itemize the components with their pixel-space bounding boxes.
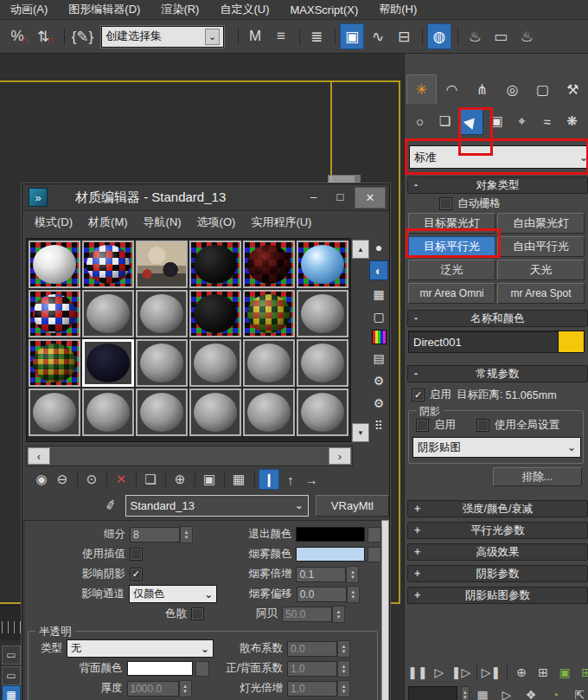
- pick-material-eyedropper-icon[interactable]: ✐: [104, 497, 118, 515]
- slots-scroll-down-button[interactable]: ▼: [352, 423, 369, 442]
- backlight-icon[interactable]: ◐: [369, 260, 388, 280]
- render-setup-icon[interactable]: ♨: [463, 23, 487, 49]
- sample-type-icon[interactable]: ●: [370, 238, 387, 256]
- make-material-copy-icon[interactable]: ❏: [141, 470, 160, 489]
- use-interpolation-checkbox[interactable]: [130, 548, 143, 561]
- sample-slot[interactable]: [243, 290, 295, 337]
- rollout-object-type[interactable]: - 对象类型: [407, 177, 588, 194]
- category-spacewarps-icon[interactable]: ≈: [535, 109, 559, 133]
- subdivs-spinner[interactable]: ▴▾: [180, 526, 193, 543]
- sample-slot[interactable]: [243, 389, 295, 436]
- shadow-type-dropdown[interactable]: 阴影贴图 ⌄: [412, 437, 581, 458]
- material-name-dropdown[interactable]: Standard_13 ⌄: [125, 495, 309, 517]
- tab-motion[interactable]: ◎: [497, 74, 527, 104]
- track-bar[interactable]: [0, 605, 22, 640]
- play-icon[interactable]: ▷: [430, 663, 449, 682]
- exit-color-swatch[interactable]: [296, 527, 365, 542]
- slots-horizontal-scrollbar[interactable]: ‹ ›: [26, 446, 353, 466]
- rollout-collapsed[interactable]: +阴影参数: [407, 565, 588, 582]
- go-forward-sibling-icon[interactable]: →: [302, 470, 321, 489]
- tab-modify[interactable]: ◠: [437, 74, 467, 104]
- translucency-type-dropdown[interactable]: 无⌄: [67, 639, 214, 658]
- sample-slot[interactable]: [297, 339, 348, 387]
- named-selection-set-dropdown[interactable]: 创建选择集 ⌄: [101, 26, 224, 48]
- video-color-check-icon[interactable]: [372, 330, 387, 344]
- make-preview-icon[interactable]: ▤: [370, 349, 387, 367]
- material-editor-titlebar[interactable]: » 材质编辑器 - Standard_13 – □ ✕: [22, 184, 389, 211]
- show-map-in-viewport-icon[interactable]: ▦: [229, 470, 248, 489]
- material-id-channel-icon[interactable]: ▣: [200, 470, 219, 489]
- object-type-button[interactable]: 天光: [497, 260, 585, 280]
- sample-slot[interactable]: [136, 339, 188, 387]
- sample-slot[interactable]: [189, 290, 241, 337]
- select-by-material-icon[interactable]: ⚙: [370, 394, 387, 412]
- slots-scroll-left-button[interactable]: ‹: [28, 447, 50, 465]
- fog-color-map-button[interactable]: [368, 547, 381, 562]
- sample-slot[interactable]: [297, 290, 348, 337]
- affect-shadows-checkbox[interactable]: ✓: [130, 568, 143, 581]
- fog-multiplier-field[interactable]: 0.1: [296, 567, 346, 582]
- align-icon[interactable]: ≡: [269, 23, 293, 49]
- sample-slot[interactable]: [82, 339, 134, 387]
- sample-slot[interactable]: [297, 389, 348, 436]
- frame-spinner[interactable]: ▴▾: [461, 686, 470, 700]
- show-end-result-icon[interactable]: ❙: [259, 469, 279, 490]
- previous-frame-icon[interactable]: ❚❚: [408, 663, 427, 682]
- thickness-field[interactable]: 1000.0: [127, 681, 179, 697]
- zoom-extents-all-icon[interactable]: ⊞: [577, 663, 588, 682]
- exclude-button[interactable]: 排除...: [493, 467, 582, 486]
- dispersion-checkbox[interactable]: [191, 607, 204, 620]
- slots-scroll-up-button[interactable]: ▲: [352, 240, 369, 259]
- me-menu-item[interactable]: 模式(D): [27, 215, 80, 230]
- me-menu-item[interactable]: 导航(N): [136, 215, 189, 230]
- sample-slot[interactable]: [189, 389, 241, 436]
- chevron-down-icon[interactable]: ⌄: [205, 29, 220, 45]
- options-icon[interactable]: ⚙: [370, 371, 387, 389]
- go-to-end-icon[interactable]: ▷❚: [482, 663, 501, 682]
- percent-snap-icon[interactable]: %∩: [8, 23, 32, 49]
- object-type-button[interactable]: 目标聚光灯: [408, 213, 495, 234]
- light-name-field[interactable]: Direct001: [408, 331, 564, 353]
- current-frame-field[interactable]: [408, 686, 457, 700]
- edit-named-selection-sets-icon[interactable]: {✎}: [69, 23, 93, 49]
- put-material-to-scene-icon[interactable]: ⊖: [53, 470, 72, 489]
- isolate-selection-icon[interactable]: ▦: [2, 685, 21, 700]
- tab-display[interactable]: ▢: [527, 74, 558, 104]
- slots-scroll-right-button[interactable]: ›: [329, 447, 351, 465]
- sample-slot[interactable]: [82, 241, 134, 288]
- front-back-field[interactable]: 1.0: [287, 661, 337, 677]
- curve-editor-icon[interactable]: ∿: [366, 23, 390, 49]
- object-type-button[interactable]: 自由平行光: [497, 236, 585, 257]
- tab-utilities[interactable]: ⚒: [558, 74, 588, 104]
- background-icon[interactable]: ▦: [370, 285, 387, 303]
- light-type-dropdown[interactable]: 标准 ⌄: [409, 145, 588, 169]
- schematic-view-icon[interactable]: ⊟: [392, 23, 416, 49]
- category-lights-icon[interactable]: [458, 109, 483, 135]
- sample-slot[interactable]: [29, 241, 80, 288]
- rollout-collapsed[interactable]: +平行光参数: [407, 522, 588, 539]
- set-key-icon[interactable]: ▷: [497, 685, 516, 700]
- rollout-collapsed[interactable]: +高级效果: [407, 543, 588, 561]
- object-type-button[interactable]: mr Area Spot: [497, 283, 585, 304]
- assign-material-to-selection-icon[interactable]: ⊙: [82, 470, 101, 489]
- sample-slot[interactable]: [29, 290, 80, 337]
- back-color-map-button[interactable]: [195, 661, 209, 677]
- menu-item[interactable]: 自定义(U): [209, 2, 279, 17]
- material-map-navigator-icon[interactable]: ⠿: [370, 416, 387, 434]
- orbit-icon[interactable]: ◔: [546, 685, 565, 700]
- affect-channels-dropdown[interactable]: 仅颜色⌄: [129, 585, 217, 603]
- rollout-name-color[interactable]: - 名称和颜色: [407, 310, 588, 327]
- sample-slot[interactable]: [243, 241, 295, 288]
- go-to-parent-icon[interactable]: ↑: [281, 470, 300, 489]
- reset-map-icon[interactable]: ✕: [112, 470, 131, 489]
- sample-slot[interactable]: [82, 290, 134, 337]
- zoom-icon[interactable]: ⊕: [512, 663, 531, 682]
- pan-icon[interactable]: ❖: [521, 685, 540, 700]
- sample-slot[interactable]: [136, 241, 188, 288]
- menu-item[interactable]: MAXScript(X): [279, 3, 368, 16]
- sample-slot[interactable]: [297, 241, 348, 288]
- sample-slot[interactable]: [29, 339, 80, 387]
- object-type-button[interactable]: 泛光: [408, 260, 495, 280]
- object-type-button[interactable]: 自由聚光灯: [497, 213, 585, 234]
- params-scrollbar[interactable]: [381, 520, 389, 700]
